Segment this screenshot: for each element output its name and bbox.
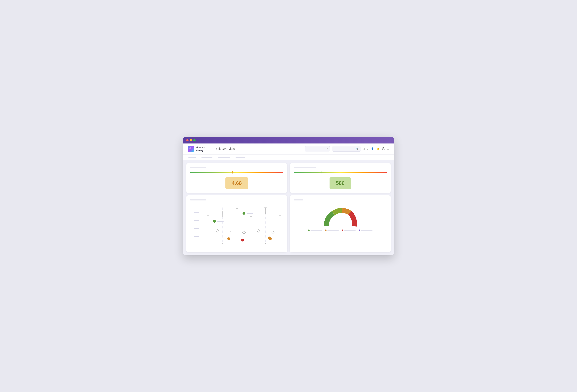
page-title: Risk Overview [215,147,305,151]
svg-point-24 [227,237,230,240]
nav-tabs [183,154,394,160]
svg-rect-21 [217,221,224,222]
card-gauge [290,195,391,252]
svg-rect-13 [194,236,199,237]
nav-tab-3[interactable] [217,156,231,160]
legend-item-green [308,230,322,231]
card-label-586 [294,167,316,168]
svg-point-27 [241,239,244,242]
search-icon-header[interactable]: ⌕ [367,147,369,150]
nav-tab-2[interactable] [201,156,213,160]
svg-rect-10 [194,213,199,214]
legend-item-orange [325,230,339,231]
score-bar-container-2 [294,172,387,173]
gradient-bar-2 [294,172,387,173]
traffic-light-red[interactable] [186,139,188,141]
card-label-gauge [294,199,303,201]
legend-dot-green [308,230,310,231]
svg-marker-32 [271,231,274,234]
legend-dot-purple [359,230,360,231]
score-value-468: 4.68 [225,177,248,189]
header-dropdown[interactable]: — — — — — — ▾ [305,146,330,151]
grid-icon[interactable]: ⊞ [363,147,365,150]
main-content: 4.68 586 [183,160,394,255]
nav-tab-1[interactable] [188,156,197,160]
svg-point-20 [213,220,216,223]
header-icon-group: ⊞ ⌕ 👤 🔔 💬 ☰ [363,147,389,150]
card-scatter [186,195,287,252]
score-bar-container [190,172,283,173]
svg-point-22 [243,212,245,215]
bar-indicator-2 [322,171,322,174]
card-score-468: 4.68 [186,163,287,193]
logo-icon [188,146,194,152]
gauge-container [294,204,387,233]
svg-point-26 [269,237,272,240]
scatter-plot [190,204,283,248]
card-score-586: 586 [290,163,391,193]
browser-window: Thomas Murray Risk Overview — — — — — — … [183,137,394,255]
score-value-586: 586 [329,177,351,189]
svg-marker-28 [216,229,219,232]
gradient-bar [190,172,283,173]
legend-dot-orange [325,230,326,231]
traffic-light-yellow[interactable] [190,139,192,141]
dropdown-value: — — — — — — [307,148,322,150]
chat-icon[interactable]: 💬 [382,147,385,150]
svg-marker-29 [228,231,231,234]
bell-icon[interactable]: 🔔 [376,147,380,150]
svg-point-51 [331,217,349,228]
chevron-down-icon: ▾ [327,148,328,150]
app-header: Thomas Murray Risk Overview — — — — — — … [183,143,394,154]
bar-indicator [232,171,233,174]
browser-chrome [183,137,394,143]
svg-rect-23 [247,213,253,214]
svg-marker-31 [257,229,260,232]
traffic-light-green[interactable] [193,139,196,141]
nav-tab-4[interactable] [235,156,246,160]
svg-marker-30 [242,231,246,234]
svg-point-0 [190,148,191,149]
logo-text: Thomas Murray [196,146,205,152]
search-placeholder-text: — — — — — — [334,148,350,150]
svg-rect-12 [194,228,199,229]
gauge-legend [308,230,372,231]
legend-item-red [342,230,356,231]
header-controls: — — — — — — ▾ — — — — — — 🔍 ⊞ ⌕ 👤 🔔 💬 ☰ [305,146,389,152]
search-icon: 🔍 [356,148,359,150]
menu-icon[interactable]: ☰ [387,147,389,150]
card-label-scatter [190,199,206,201]
logo-area: Thomas Murray [188,146,205,152]
app-body: Thomas Murray Risk Overview — — — — — — … [183,143,394,255]
card-label-score [190,167,206,168]
header-search[interactable]: — — — — — — 🔍 [332,146,361,152]
legend-item-purple [359,230,372,231]
user-icon[interactable]: 👤 [371,147,374,150]
svg-rect-11 [194,220,199,221]
legend-dot-red [342,230,343,231]
